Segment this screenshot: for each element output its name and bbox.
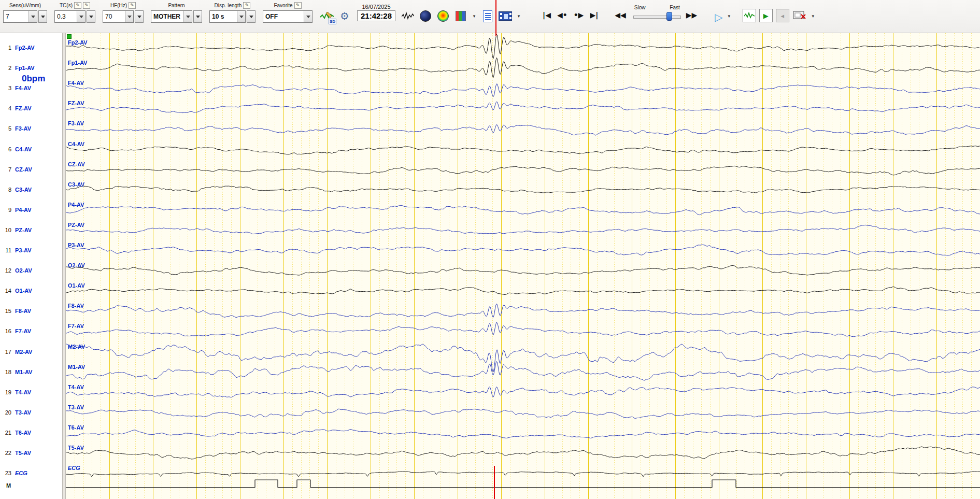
speed-slider-track[interactable]	[633, 11, 681, 21]
channel-row[interactable]: 18 M1-AV	[0, 368, 32, 376]
channel-number: 5	[0, 125, 11, 132]
hf-combo-arrow-icon[interactable]	[125, 11, 133, 22]
channel-row[interactable]: 11 P3-AV	[0, 246, 32, 254]
pattern-combo-arrow-icon[interactable]	[183, 11, 192, 22]
step-back-button[interactable]: ◀•	[554, 10, 571, 20]
green-trace-icon	[744, 12, 755, 19]
trace-channel-label: M1-AV	[68, 364, 85, 370]
channel-row[interactable]: 4 FZ-AV	[0, 104, 32, 112]
channel-row[interactable]: 3 F4-AV	[0, 84, 31, 92]
step-forward-button[interactable]: •▶	[571, 10, 587, 20]
channel-row[interactable]: 20 T3-AV	[0, 408, 31, 417]
topo-map-button[interactable]	[436, 9, 450, 23]
tc-edit-pencil-icon[interactable]: ✎	[74, 2, 81, 9]
montage-scrollbar[interactable]	[62, 33, 66, 499]
disp-combo-arrow-icon[interactable]	[237, 11, 245, 22]
screenshot-tool-icon	[793, 10, 806, 22]
trend-map-button[interactable]	[453, 9, 468, 23]
channel-row[interactable]: 12 O2-AV	[0, 266, 32, 275]
channel-row[interactable]: 2 Fp1-AV	[0, 64, 35, 72]
tool-options-caret-icon[interactable]: ▾	[810, 9, 816, 23]
channel-label: T5-AV	[15, 450, 31, 456]
edit-wave-button[interactable]: SD	[320, 9, 334, 23]
channel-row[interactable]: 9 P4-AV	[0, 206, 32, 214]
trace-channel-label: P3-AV	[68, 242, 84, 248]
channel-row[interactable]: 23 ECG	[0, 469, 27, 477]
skip-to-start-button[interactable]: |◀	[539, 10, 554, 20]
video-options-caret-icon[interactable]: ▾	[516, 9, 522, 23]
channel-number: 19	[0, 389, 11, 395]
settings-gear-icon[interactable]: ⚙	[337, 9, 352, 23]
channel-row[interactable]: 7 CZ-AV	[0, 165, 32, 174]
favorite-combo-arrow-icon[interactable]	[304, 11, 312, 22]
channel-row[interactable]: 22 T5-AV	[0, 449, 31, 457]
report-button[interactable]	[480, 9, 495, 23]
play-button[interactable]: ▷	[712, 10, 726, 24]
sensitivity-combo-arrow-icon[interactable]	[29, 11, 37, 22]
event-cursor-bottom[interactable]	[494, 466, 495, 499]
channel-row[interactable]: 8 C3-AV	[0, 186, 32, 194]
channel-label: ECG	[15, 470, 27, 476]
channel-number: 6	[0, 146, 11, 152]
disp-edit-pencil-icon[interactable]: ✎	[243, 2, 250, 9]
trace-channel-label: F3-AV	[68, 120, 84, 126]
channel-number: 21	[0, 430, 11, 436]
channel-row[interactable]: 19 T4-AV	[0, 388, 31, 396]
waveform-icon	[402, 11, 414, 21]
play-options-caret-icon[interactable]: ▾	[726, 9, 732, 23]
waveform-view-button[interactable]	[401, 9, 415, 23]
tc-combo-arrow-icon[interactable]	[77, 11, 85, 22]
channel-row[interactable]: 16 F7-AV	[0, 327, 31, 335]
channel-number: 12	[0, 267, 11, 274]
trace-channel-label: O2-AV	[68, 262, 85, 268]
trace-area[interactable]: Fp2-AVFp1-AVF4-AVFZ-AVF3-AVC4-AVCZ-AVC3-…	[66, 33, 980, 499]
head-map-button[interactable]	[418, 9, 433, 23]
trace-channel-label: PZ-AV	[68, 222, 84, 228]
channel-number: 4	[0, 105, 11, 111]
video-icon	[499, 11, 512, 21]
pattern-spinner-button[interactable]	[193, 10, 202, 23]
trace-channel-label: Fp2-AV	[68, 39, 88, 46]
channel-row[interactable]: 14 O1-AV	[0, 287, 32, 295]
rewind-button[interactable]: ◀◀	[612, 10, 629, 20]
speed-slider-thumb[interactable]	[666, 12, 672, 21]
back-tool-button[interactable]: ◂	[776, 9, 789, 22]
channel-number: 18	[0, 369, 11, 375]
channel-row[interactable]: 10 PZ-AV	[0, 226, 32, 234]
slider-slow-label: Slow	[634, 5, 646, 10]
event-cursor-top[interactable]	[495, 0, 496, 36]
favorite-edit-pencil-icon[interactable]: ✎	[294, 2, 302, 9]
pattern-combobox[interactable]: MOTHER	[151, 10, 192, 23]
channel-row[interactable]: 15 F8-AV	[0, 307, 31, 315]
map-options-caret-icon[interactable]: ▾	[471, 9, 477, 23]
green-play-tool-button[interactable]: ▶	[759, 9, 773, 22]
channel-number: 9	[0, 207, 11, 213]
time-constant-label: TC(s)	[60, 3, 73, 8]
channel-row[interactable]: 1 Fp2-AV	[0, 44, 35, 52]
channel-row[interactable]: 21 T6-AV	[0, 429, 31, 437]
hf-spinner-button[interactable]	[135, 10, 144, 23]
skip-to-end-button[interactable]: ▶|	[587, 10, 601, 20]
sd-badge: SD	[329, 19, 336, 24]
display-length-combobox[interactable]: 10 s	[209, 10, 246, 23]
video-button[interactable]	[498, 9, 513, 23]
tc-edit-pencil-icon-2[interactable]: ✎	[83, 2, 90, 9]
fast-forward-button[interactable]: ▶▶	[683, 10, 701, 20]
hf-edit-pencil-icon[interactable]: ✎	[129, 2, 136, 9]
screenshot-tool-button[interactable]	[792, 9, 807, 23]
channel-row[interactable]: 17 M2-AV	[0, 348, 32, 356]
channel-list: 0bpm M 1 Fp2-AV 2 Fp1-AV 3 F4-AV 4 FZ-AV…	[0, 33, 62, 499]
tc-spinner-button[interactable]	[87, 10, 95, 23]
sensitivity-spinner-button[interactable]	[38, 10, 47, 23]
favorite-combobox[interactable]: OFF	[263, 10, 313, 23]
channel-label: FZ-AV	[15, 105, 32, 111]
time-text: 21:42:28	[357, 10, 395, 21]
disp-spinner-button[interactable]	[247, 10, 255, 23]
time-constant-combobox[interactable]: 0.3	[54, 10, 86, 23]
sensitivity-combobox[interactable]: 7	[3, 10, 37, 23]
channel-row[interactable]: 5 F3-AV	[0, 124, 31, 133]
high-filter-combobox[interactable]: 70	[103, 10, 134, 23]
eeg-canvas	[66, 33, 980, 499]
green-trace-tool-button[interactable]	[743, 9, 756, 22]
channel-row[interactable]: 6 C4-AV	[0, 145, 32, 153]
